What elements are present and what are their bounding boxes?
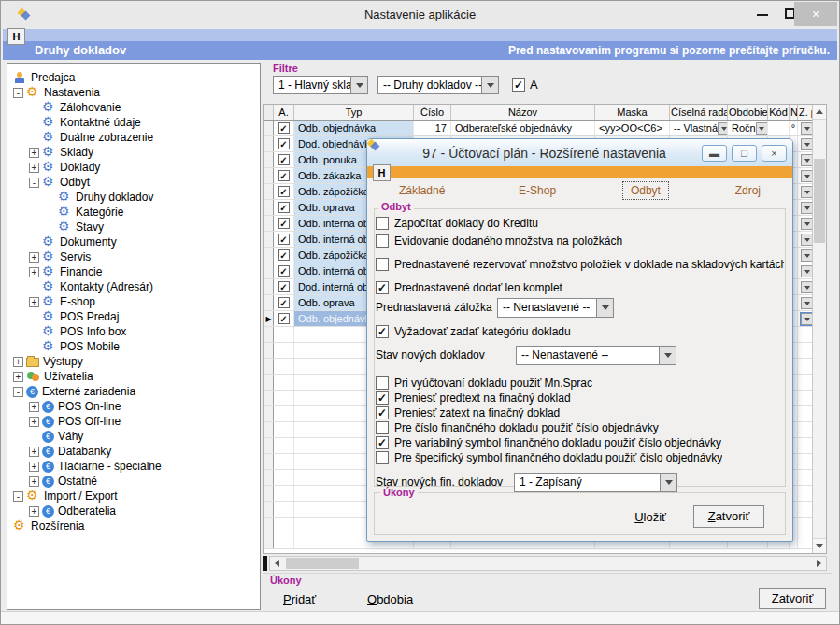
- tree-item-pos-off-line[interactable]: +POS Off-line: [7, 414, 260, 429]
- column-header-maska[interactable]: Maska: [595, 105, 670, 120]
- vertical-scrollbar[interactable]: [812, 105, 826, 553]
- dialog-checkbox[interactable]: [376, 376, 389, 390]
- dialog-help-badge[interactable]: H: [373, 164, 391, 181]
- expand-icon[interactable]: +: [29, 417, 39, 427]
- expand-icon[interactable]: +: [29, 267, 39, 277]
- collapse-icon[interactable]: -: [13, 491, 23, 502]
- add-button[interactable]: Pridať: [283, 592, 316, 606]
- expand-icon[interactable]: +: [29, 462, 39, 472]
- dialog-close-button[interactable]: Zatvoriť: [693, 505, 764, 528]
- scroll-left-icon[interactable]: [270, 557, 284, 570]
- column-header--seln-rada-s[interactable]: Číselná rada s: [670, 105, 728, 120]
- expand-icon[interactable]: +: [29, 476, 39, 487]
- tree-item-pos-mobile[interactable]: POS Mobile: [7, 339, 260, 354]
- chevron-down-icon[interactable]: [596, 299, 613, 317]
- tree-item-du-lne-zobrazenie[interactable]: Duálne zobrazenie: [7, 130, 260, 145]
- doctype-select[interactable]: -- Druhy dokladov --: [377, 76, 499, 94]
- row-checkbox[interactable]: ✓: [278, 138, 290, 149]
- tree-item-kontakty-adres-r-[interactable]: Kontakty (Adresár): [7, 279, 260, 294]
- chevron-down-icon[interactable]: [659, 347, 676, 364]
- expand-icon[interactable]: +: [29, 402, 39, 412]
- tree-item-sklady[interactable]: +Sklady: [7, 145, 260, 160]
- tree-item-dokumenty[interactable]: Dokumenty: [7, 234, 260, 249]
- tree-item-pos-predaj[interactable]: POS Predaj: [7, 309, 260, 324]
- tree-item-nastavenia[interactable]: -Nastavenia: [7, 85, 260, 100]
- scroll-up-icon[interactable]: [813, 105, 826, 120]
- expand-icon[interactable]: +: [13, 357, 23, 367]
- dialog-minimize-icon[interactable]: ▬: [702, 145, 727, 162]
- scroll-right-icon[interactable]: [812, 557, 826, 570]
- dialog-maximize-icon[interactable]: □: [732, 145, 757, 162]
- tree-item-pos-on-line[interactable]: +POS On-line: [7, 399, 260, 414]
- row-checkbox[interactable]: ✓: [278, 154, 290, 165]
- tree-item-extern-zariadenia[interactable]: -Externé zariadenia: [7, 384, 260, 399]
- dialog-checkbox[interactable]: ✓: [376, 281, 389, 294]
- row-checkbox[interactable]: ✓: [278, 234, 290, 245]
- save-button[interactable]: Uložiť: [634, 510, 666, 524]
- dialog-checkbox[interactable]: [376, 217, 389, 230]
- tree-item-v-hy[interactable]: Váhy: [7, 429, 260, 444]
- table-row[interactable]: ✓Odb. objednávka17Odberateľské objednávk…: [264, 121, 826, 136]
- tree-item-ostatn-[interactable]: +Ostatné: [7, 474, 260, 489]
- expand-icon[interactable]: +: [29, 252, 39, 263]
- dialog-checkbox[interactable]: ✓: [376, 436, 389, 449]
- row-checkbox[interactable]: ✓: [278, 170, 290, 181]
- tree-item-druhy-dokladov[interactable]: Druhy dokladov: [7, 190, 260, 205]
- row-checkbox[interactable]: ✓: [278, 202, 290, 213]
- dialog-checkbox[interactable]: [376, 421, 389, 434]
- tree-item-doklady[interactable]: +Doklady: [7, 160, 260, 175]
- row-checkbox[interactable]: ✓: [278, 186, 290, 197]
- row-checkbox[interactable]: ✓: [278, 265, 290, 277]
- tree-item-predajca[interactable]: Predajca: [7, 70, 260, 85]
- collapse-icon[interactable]: -: [29, 178, 39, 188]
- dialog-checkbox[interactable]: ✓: [376, 325, 389, 338]
- row-checkbox[interactable]: ✓: [278, 313, 290, 324]
- horizontal-scrollbar[interactable]: [269, 556, 827, 571]
- row-checkbox[interactable]: ✓: [278, 218, 290, 229]
- row-checkbox[interactable]: ✓: [278, 122, 290, 134]
- tree-item-odbyt[interactable]: -Odbyt: [7, 175, 260, 190]
- tree-item-odberatelia[interactable]: +Odberatelia: [7, 504, 260, 518]
- expand-icon[interactable]: +: [29, 447, 39, 457]
- tree-item-tla-iarne-peci-lne[interactable]: +Tlačiarne - špeciálne: [7, 459, 260, 474]
- filter-a-checkbox[interactable]: ✓: [512, 78, 525, 92]
- row-checkbox[interactable]: ✓: [278, 249, 290, 261]
- collapse-icon[interactable]: -: [13, 387, 23, 397]
- row-checkbox[interactable]: ✓: [278, 281, 290, 292]
- column-header-a-[interactable]: A.: [274, 105, 294, 120]
- tab-odbyt[interactable]: Odbyt: [622, 181, 669, 200]
- row-checkbox[interactable]: ✓: [278, 297, 290, 308]
- expand-icon[interactable]: +: [13, 372, 23, 382]
- tree-item-import-export[interactable]: -Import / Export: [7, 489, 260, 504]
- dialog-checkbox[interactable]: [376, 451, 389, 464]
- tree-item-kontaktn-daje[interactable]: Kontaktné údaje: [7, 115, 260, 130]
- chevron-down-icon[interactable]: [756, 122, 768, 135]
- close-icon[interactable]: ×: [794, 2, 837, 26]
- tab-zdroj[interactable]: Zdroj: [728, 182, 768, 199]
- chevron-down-icon[interactable]: [718, 122, 728, 135]
- tree-item-e-shop[interactable]: +E-shop: [7, 294, 260, 309]
- warehouse-select[interactable]: 1 - Hlavný sklad: [273, 76, 368, 94]
- column-header-n-zov[interactable]: Názov: [451, 105, 595, 120]
- tree-item-kateg-rie[interactable]: Kategórie: [7, 205, 260, 220]
- tab-eshop[interactable]: E-Shop: [511, 182, 563, 199]
- tree-item-roz-renia[interactable]: Rozšírenia: [7, 518, 260, 533]
- collapse-icon[interactable]: -: [13, 88, 23, 98]
- tree-item-financie[interactable]: +Financie: [7, 264, 260, 279]
- column-header-k-d[interactable]: Kód: [768, 105, 790, 120]
- column-header-obdobie[interactable]: Obdobie: [728, 105, 768, 120]
- tree-item-servis[interactable]: +Servis: [7, 249, 260, 264]
- scrollbar-thumb[interactable]: [814, 159, 825, 243]
- scrollbar-thumb[interactable]: [286, 558, 359, 569]
- dialog-checkbox[interactable]: ✓: [376, 391, 389, 405]
- dialog-select[interactable]: 1 - Zapísaný: [514, 473, 677, 492]
- periods-button[interactable]: Obdobia: [367, 592, 413, 606]
- chevron-down-icon[interactable]: [481, 77, 498, 93]
- tree-item-z-lohovanie[interactable]: Zálohovanie: [7, 100, 260, 115]
- dialog-close-icon[interactable]: ×: [762, 145, 787, 162]
- dialog-checkbox[interactable]: [376, 234, 389, 248]
- column-header-typ[interactable]: Typ: [294, 105, 414, 120]
- tree-item-v-stupy[interactable]: +Výstupy: [7, 354, 260, 369]
- column-header-n-[interactable]: N.: [790, 105, 798, 120]
- dialog-checkbox[interactable]: [376, 258, 389, 271]
